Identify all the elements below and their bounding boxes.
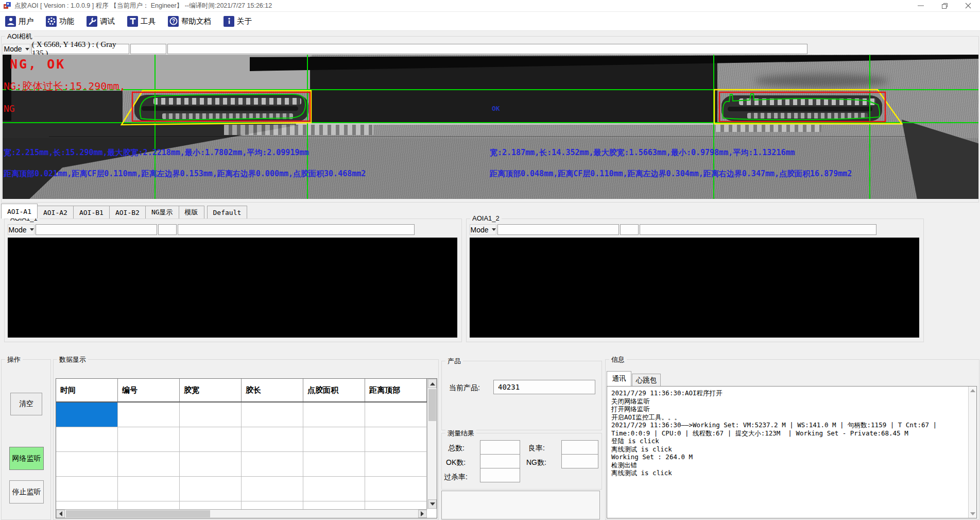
log-line: 登陆 is click bbox=[611, 437, 972, 445]
table-cell[interactable] bbox=[303, 427, 365, 452]
table-cell[interactable] bbox=[365, 402, 427, 427]
toolbar-item-about[interactable]: 关于 bbox=[223, 16, 252, 27]
table-row[interactable] bbox=[56, 452, 427, 477]
column-header-distance-top[interactable]: 距离顶部 bbox=[365, 379, 427, 401]
tab-aoi-a2[interactable]: AOI-A2 bbox=[37, 206, 74, 219]
right-stats-line2: 距离顶部0.048mm,距离CF层0.110mm,距离左边界0.304mm,距离… bbox=[490, 169, 852, 179]
current-product-label: 当前产品: bbox=[449, 383, 480, 393]
panel2-field-3[interactable] bbox=[640, 224, 876, 235]
camera-group-label: AOI相机 bbox=[5, 32, 34, 41]
scrollbar-thumb[interactable] bbox=[66, 510, 210, 517]
scroll-up-button[interactable] bbox=[428, 379, 437, 388]
table-horizontal-scrollbar[interactable] bbox=[56, 509, 427, 518]
table-cell[interactable] bbox=[303, 402, 365, 427]
clear-button[interactable]: 清空 bbox=[10, 393, 42, 415]
panel2-mode-dropdown[interactable]: Mode bbox=[470, 224, 496, 235]
about-icon bbox=[223, 16, 234, 27]
tab-aoi-b2[interactable]: AOI-B2 bbox=[109, 206, 146, 219]
table-cell[interactable] bbox=[118, 477, 180, 501]
scroll-down-button[interactable] bbox=[428, 499, 437, 509]
table-cell[interactable] bbox=[118, 402, 180, 427]
table-cell[interactable] bbox=[118, 427, 180, 452]
tab-default[interactable]: Default bbox=[207, 206, 248, 219]
restore-button[interactable] bbox=[933, 0, 956, 11]
panel1-image-view bbox=[8, 238, 457, 338]
panel2-field-2[interactable] bbox=[620, 224, 639, 235]
column-header-glue-width[interactable]: 胶宽 bbox=[180, 379, 242, 401]
toolbar-item-label: 用户 bbox=[19, 16, 33, 26]
scrollbar-thumb[interactable] bbox=[428, 389, 436, 421]
camera-mode-dropdown[interactable]: Mode bbox=[3, 44, 30, 54]
table-cell[interactable] bbox=[365, 477, 427, 501]
table-cell[interactable] bbox=[303, 477, 365, 501]
table-row[interactable] bbox=[56, 477, 427, 501]
table-cell[interactable] bbox=[56, 452, 118, 477]
table-cell[interactable] bbox=[56, 427, 118, 452]
tab-communication[interactable]: 通讯 bbox=[607, 371, 631, 386]
table-cell[interactable] bbox=[180, 402, 242, 427]
table-cell[interactable] bbox=[118, 452, 180, 477]
toolbar-item-functions[interactable]: 功能 bbox=[46, 16, 74, 27]
panel2-image-view bbox=[470, 238, 919, 338]
product-note-panel bbox=[441, 491, 600, 519]
current-product-value: 40231 bbox=[498, 383, 520, 391]
tab-heartbeat[interactable]: 心跳包 bbox=[632, 374, 661, 386]
operation-group-label: 操作 bbox=[5, 355, 23, 364]
stop-listen-button[interactable]: 停止监听 bbox=[9, 480, 44, 504]
table-cell[interactable] bbox=[303, 452, 365, 477]
scroll-right-button[interactable] bbox=[418, 510, 427, 518]
panel2-field-1[interactable] bbox=[497, 224, 619, 235]
result-text: NG, OK bbox=[10, 57, 65, 72]
toolbar-item-label: 功能 bbox=[59, 16, 74, 26]
tab-aoi-a1[interactable]: AOI-A1 bbox=[1, 204, 38, 219]
gear-icon bbox=[46, 16, 57, 27]
table-cell[interactable] bbox=[56, 477, 118, 501]
info-group-label: 信息 bbox=[609, 355, 627, 364]
table-vertical-scrollbar[interactable] bbox=[427, 379, 437, 509]
app-icon bbox=[3, 2, 11, 10]
table-cell[interactable] bbox=[365, 427, 427, 452]
toolbar-item-tools[interactable]: 工具 bbox=[127, 16, 156, 27]
camera-field-3[interactable] bbox=[167, 44, 807, 54]
table-cell[interactable] bbox=[180, 477, 242, 501]
camera-field-2[interactable] bbox=[130, 44, 166, 54]
network-listen-button[interactable]: 网络监听 bbox=[9, 447, 44, 470]
table-cell[interactable] bbox=[242, 402, 303, 427]
tab-template[interactable]: 模版 bbox=[179, 206, 204, 219]
chevron-down-icon bbox=[25, 48, 29, 51]
table-cell[interactable] bbox=[242, 477, 303, 501]
log-line: 检测出错 bbox=[611, 461, 972, 469]
tab-aoi-b1[interactable]: AOI-B1 bbox=[73, 206, 110, 219]
panel1-mode-dropdown[interactable]: Mode bbox=[8, 224, 35, 235]
selected-cell[interactable] bbox=[56, 402, 118, 427]
main-toolbar: 用户 功能 调试 工具 ? 帮助文档 bbox=[0, 12, 980, 31]
toolbar-item-help[interactable]: ? 帮助文档 bbox=[168, 16, 211, 27]
table-cell[interactable] bbox=[180, 452, 242, 477]
tab-ng-display[interactable]: NG显示 bbox=[145, 206, 179, 219]
panel1-field-1[interactable] bbox=[36, 224, 157, 235]
triangle-down-icon bbox=[970, 512, 975, 518]
table-cell[interactable] bbox=[242, 452, 303, 477]
column-header-id[interactable]: 编号 bbox=[118, 379, 180, 401]
overkill-field bbox=[480, 468, 520, 482]
help-icon: ? bbox=[168, 16, 179, 27]
panel1-field-2[interactable] bbox=[158, 224, 177, 235]
log-vertical-scrollbar[interactable] bbox=[968, 387, 977, 518]
minimize-button[interactable] bbox=[909, 0, 933, 11]
table-cell[interactable] bbox=[180, 427, 242, 452]
scroll-left-button[interactable] bbox=[56, 510, 65, 518]
toolbar-item-user[interactable]: 用户 bbox=[5, 16, 33, 27]
camera-coordinate-field[interactable]: ( X 6568, Y 1463 ) : ( Gray 135 ) bbox=[31, 44, 129, 54]
app-window: 点胶AOI [ Version : 1.0.0.9 ] 程序 【当前用户： En… bbox=[0, 0, 980, 520]
column-header-glue-area[interactable]: 点胶面积 bbox=[303, 379, 365, 401]
column-header-time[interactable]: 时间 bbox=[56, 379, 118, 401]
column-header-glue-length[interactable]: 胶长 bbox=[242, 379, 303, 401]
table-cell[interactable] bbox=[365, 452, 427, 477]
panel1-field-3[interactable] bbox=[178, 224, 415, 235]
table-row[interactable] bbox=[56, 427, 427, 452]
close-button[interactable] bbox=[956, 0, 980, 11]
current-product-field[interactable]: 40231 bbox=[493, 380, 595, 394]
table-cell[interactable] bbox=[242, 427, 303, 452]
table-row[interactable] bbox=[56, 402, 427, 427]
toolbar-item-debug[interactable]: 调试 bbox=[87, 16, 115, 27]
